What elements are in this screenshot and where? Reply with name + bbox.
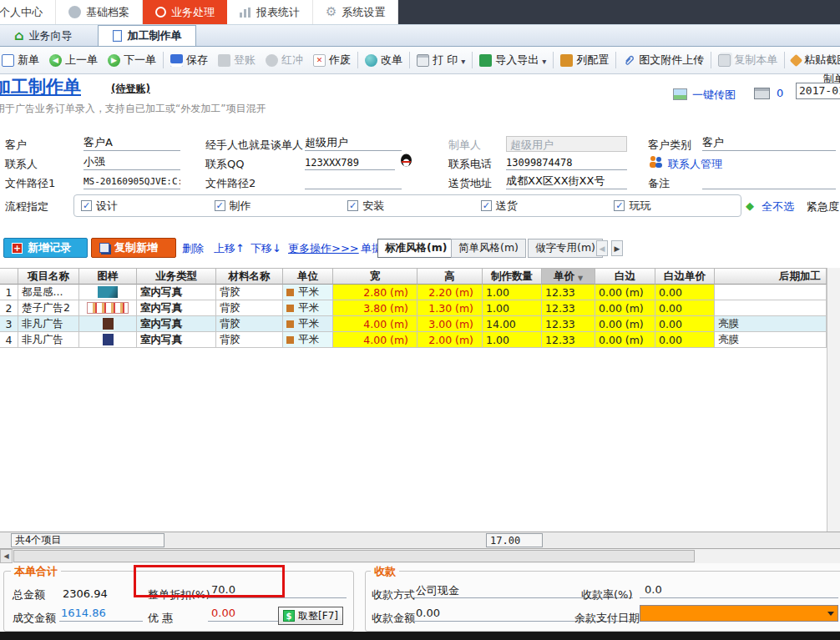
nav-personal-center[interactable]: 个人中心 <box>0 0 56 24</box>
cell-width[interactable]: 4.00 (m) <box>333 332 417 348</box>
cell-edge-price[interactable]: 0.00 <box>655 285 715 300</box>
cell-name[interactable]: 都是感... <box>18 285 79 300</box>
contact-mgmt-link[interactable]: 联系人管理 <box>668 157 722 172</box>
paste-screenshot-button[interactable]: 粘贴截图 <box>787 53 840 68</box>
scrollbar-thumb[interactable] <box>13 550 695 562</box>
process-option-install[interactable]: 安装 <box>341 199 474 214</box>
row-num[interactable]: 3 <box>0 316 18 332</box>
cell-type[interactable]: 室内写真 <box>137 300 216 316</box>
phone-field[interactable]: 13099874478 <box>506 154 627 170</box>
cell-material[interactable]: 背胶 <box>216 285 283 300</box>
col-header-height[interactable]: 高 <box>417 268 483 285</box>
qq-penguin-icon[interactable] <box>400 154 412 168</box>
cell-price[interactable]: 12.33 <box>542 332 595 348</box>
cell-edge[interactable]: 0.00 (m) <box>595 316 655 332</box>
payment-rate-field[interactable]: 0.0 <box>640 583 838 598</box>
one-click-upload-link[interactable]: 一键传图 <box>692 88 736 103</box>
cell-height[interactable]: 2.00 (m) <box>417 332 483 348</box>
cell-height[interactable]: 3.00 (m) <box>417 316 483 332</box>
cell-edge-price[interactable]: 0.00 <box>655 316 715 332</box>
tab-scroll-left-button[interactable] <box>596 240 608 256</box>
row-num[interactable]: 2 <box>0 300 18 316</box>
cell-material[interactable]: 背胶 <box>216 332 283 348</box>
cell-material[interactable]: 背胶 <box>216 300 283 316</box>
checkbox-checked-icon[interactable] <box>347 200 358 211</box>
nav-system-settings[interactable]: 系统设置 <box>313 0 398 24</box>
cell-qty[interactable]: 1.00 <box>483 332 542 348</box>
move-down-link[interactable]: 下移↓ <box>250 241 281 256</box>
cell-qty[interactable]: 1.00 <box>483 285 542 300</box>
filepath2-field[interactable] <box>305 174 402 189</box>
scroll-left-button[interactable] <box>0 549 13 563</box>
round-off-button[interactable]: 取整[F7] <box>278 607 343 625</box>
nav-report-statistics[interactable]: 报表统计 <box>227 0 313 24</box>
cell-edge[interactable]: 0.00 (m) <box>595 285 655 300</box>
delete-link[interactable]: 删除 <box>182 241 204 256</box>
preferential-field[interactable]: 0.00 <box>208 607 278 622</box>
cell-edge-price[interactable]: 0.00 <box>655 300 715 316</box>
style-tab-standard[interactable]: 标准风格(m) <box>377 239 454 258</box>
tab-scroll-right-button[interactable] <box>611 240 623 256</box>
cell-height[interactable]: 1.30 (m) <box>417 300 483 316</box>
address-field[interactable]: 成都XX区XX街XX号 <box>506 174 627 189</box>
cell-unit[interactable]: 平米 <box>283 285 333 300</box>
cell-post-process[interactable] <box>715 285 827 300</box>
col-header-price[interactable]: 单价 <box>542 268 595 285</box>
print-count-icon[interactable] <box>754 88 770 99</box>
tab-business-wizard[interactable]: 业务向导 <box>0 25 86 46</box>
table-vertical-scrollbar[interactable] <box>827 268 840 532</box>
col-header-unit[interactable]: 单位 <box>283 268 333 285</box>
cell-height[interactable]: 2.20 (m) <box>417 285 483 300</box>
col-header-material[interactable]: 材料名称 <box>216 268 283 285</box>
cell-edge[interactable]: 0.00 (m) <box>595 300 655 316</box>
cell-type[interactable]: 室内写真 <box>137 316 216 332</box>
checkbox-checked-icon[interactable] <box>81 200 92 211</box>
column-config-button[interactable]: 列配置 <box>555 53 614 68</box>
col-header-edge-price[interactable]: 白边单价 <box>655 268 715 285</box>
cell-sample[interactable] <box>79 285 137 300</box>
cell-post-process[interactable] <box>715 300 827 316</box>
cell-name[interactable]: 非凡广告 <box>18 316 79 332</box>
new-order-button[interactable]: 新单 <box>0 53 44 68</box>
page-title[interactable]: 加工制作单 <box>0 75 81 98</box>
cell-width[interactable]: 3.80 (m) <box>333 300 417 316</box>
process-option-delivery[interactable]: 送货 <box>474 199 608 214</box>
handler-field[interactable]: 超级用户 <box>305 135 402 151</box>
filepath1-field[interactable]: MS-20160905QJVE:C:\Users <box>83 174 180 189</box>
cell-post-process[interactable]: 亮膜 <box>715 332 827 348</box>
void-button[interactable]: ✕作废 <box>308 53 356 68</box>
cell-unit[interactable]: 平米 <box>283 332 333 348</box>
col-header-sample[interactable]: 图样 <box>79 268 137 285</box>
cell-qty[interactable]: 14.00 <box>483 316 542 332</box>
cell-name[interactable]: 非凡广告 <box>18 332 79 348</box>
cell-price[interactable]: 12.33 <box>542 285 595 300</box>
deal-amount-field[interactable]: 1614.86 <box>59 607 143 622</box>
tab-processing-order[interactable]: 加工制作单 <box>98 25 196 46</box>
cell-type[interactable]: 室内写真 <box>137 285 216 300</box>
cell-price[interactable]: 12.33 <box>542 300 595 316</box>
save-button[interactable]: 保存 <box>165 53 213 68</box>
cell-edge[interactable]: 0.00 (m) <box>595 332 655 348</box>
cell-width[interactable]: 2.80 (m) <box>333 285 417 300</box>
cell-material[interactable]: 背胶 <box>216 316 283 332</box>
add-record-button[interactable]: +新增记录 <box>3 238 88 258</box>
style-tab-simple[interactable]: 简单风格(m) <box>451 239 526 258</box>
process-option-design[interactable]: 设计 <box>74 199 208 214</box>
checkbox-checked-icon[interactable] <box>481 200 492 211</box>
modify-order-button[interactable]: 改单 <box>360 53 407 68</box>
cell-sample[interactable] <box>79 332 137 348</box>
cell-edge-price[interactable]: 0.00 <box>655 332 715 348</box>
next-order-button[interactable]: 下一单 <box>103 53 161 68</box>
copy-add-button[interactable]: 复制新增 <box>91 238 176 258</box>
contact-field[interactable]: 小强 <box>83 154 180 170</box>
checkbox-checked-icon[interactable] <box>614 200 625 211</box>
print-button[interactable]: 打 印 <box>412 53 470 68</box>
process-option-play[interactable]: 玩玩 <box>607 199 741 214</box>
checkbox-checked-icon[interactable] <box>215 200 225 211</box>
style-tab-lettering[interactable]: 做字专用(m) <box>528 239 603 258</box>
process-option-production[interactable]: 制作 <box>208 199 342 214</box>
category-field[interactable]: 客户 <box>702 135 836 151</box>
qq-field[interactable]: 123XXX789 <box>305 154 395 170</box>
cell-name[interactable]: 楚子广告2 <box>18 300 79 316</box>
customer-field[interactable]: 客户A <box>83 135 180 151</box>
